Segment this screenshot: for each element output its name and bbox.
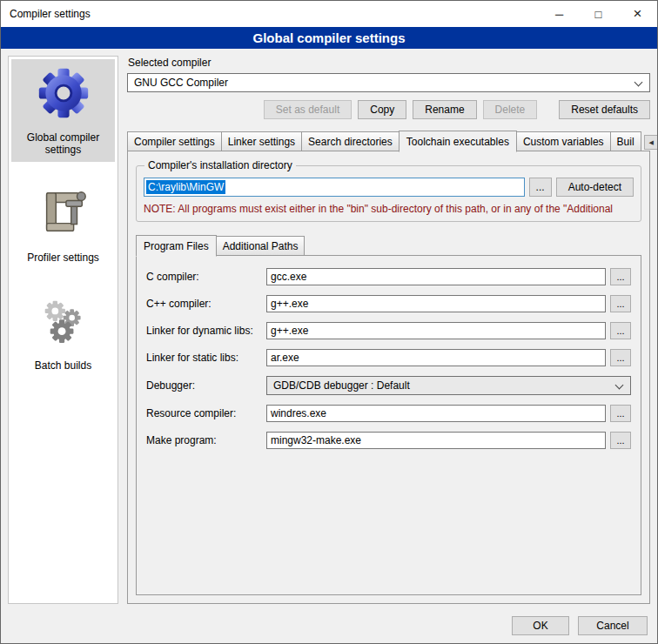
main-panel: Selected compiler GNU GCC Compiler Set a… xyxy=(127,56,650,604)
make-program-value: mingw32-make.exe xyxy=(271,434,361,446)
page-title: Global compiler settings xyxy=(1,27,657,49)
selected-compiler-label: Selected compiler xyxy=(128,57,650,69)
tab-custom-variables[interactable]: Custom variables xyxy=(516,131,611,151)
clamp-tool-icon xyxy=(37,186,91,240)
debugger-label: Debugger: xyxy=(146,379,266,392)
window-controls: ─ □ × xyxy=(540,1,657,27)
browse-cpp-compiler-button[interactable]: ... xyxy=(610,295,631,312)
compiler-actions: Set as default Copy Rename Delete Reset … xyxy=(127,100,650,119)
auto-detect-button[interactable]: Auto-detect xyxy=(556,178,634,197)
resource-compiler-value: windres.exe xyxy=(271,407,326,419)
gear-stack-icon xyxy=(37,294,91,348)
make-program-label: Make program: xyxy=(146,434,266,446)
close-icon[interactable]: × xyxy=(618,1,657,27)
tab-build-options-clipped[interactable]: Buil xyxy=(610,131,641,151)
resource-compiler-row: Resource compiler: windres.exe ... xyxy=(146,405,631,422)
linker-dynamic-row: Linker for dynamic libs: g++.exe ... xyxy=(146,322,631,339)
reset-defaults-button[interactable]: Reset defaults xyxy=(559,100,650,119)
c-compiler-row: C compiler: gcc.exe ... xyxy=(146,268,631,285)
bin-subdirectory-note: NOTE: All programs must exist either in … xyxy=(144,203,634,215)
linker-static-row: Linker for static libs: ar.exe ... xyxy=(146,349,631,366)
tab-scroll-left-icon[interactable]: ◀ xyxy=(644,135,658,150)
debugger-select[interactable]: GDB/CDB debugger : Default xyxy=(266,376,631,395)
browse-resource-compiler-button[interactable]: ... xyxy=(610,405,631,422)
c-compiler-value: gcc.exe xyxy=(271,271,306,283)
subtab-additional-paths[interactable]: Additional Paths xyxy=(216,236,306,256)
debugger-row: Debugger: GDB/CDB debugger : Default xyxy=(146,376,631,395)
browse-c-compiler-button[interactable]: ... xyxy=(610,268,631,285)
tab-search-directories[interactable]: Search directories xyxy=(301,131,400,151)
settings-tabstrip: Compiler settings Linker settings Search… xyxy=(127,131,650,151)
title-bar[interactable]: Compiler settings ─ □ × xyxy=(1,1,657,27)
sidebar-item-label: Batch builds xyxy=(35,359,91,372)
cpp-compiler-input[interactable]: g++.exe xyxy=(266,295,606,312)
settings-category-list: Global compiler settings Profiler settin… xyxy=(8,56,118,604)
tab-scroll-controls: ◀ ▶ xyxy=(641,135,658,150)
c-compiler-input[interactable]: gcc.exe xyxy=(266,268,606,285)
compiler-settings-dialog: Compiler settings ─ □ × Global compiler … xyxy=(0,0,658,644)
compiler-select[interactable]: GNU GCC Compiler xyxy=(127,73,650,92)
make-program-row: Make program: mingw32-make.exe ... xyxy=(146,432,631,449)
linker-dynamic-label: Linker for dynamic libs: xyxy=(146,325,266,337)
maximize-icon[interactable]: □ xyxy=(579,1,618,27)
minimize-icon[interactable]: ─ xyxy=(540,1,579,27)
browse-linker-static-button[interactable]: ... xyxy=(610,349,631,366)
set-as-default-button[interactable]: Set as default xyxy=(264,100,352,119)
installation-directory-group-title: Compiler's installation directory xyxy=(144,159,296,171)
program-files-panel: C compiler: gcc.exe ... C++ compiler: g+… xyxy=(136,255,641,595)
installation-directory-row: C:\raylib\MinGW ... Auto-detect xyxy=(144,178,634,197)
installation-directory-value: C:\raylib\MinGW xyxy=(146,180,225,194)
make-program-input[interactable]: mingw32-make.exe xyxy=(266,432,606,449)
linker-static-value: ar.exe xyxy=(271,352,299,364)
rename-button[interactable]: Rename xyxy=(413,100,476,119)
resource-compiler-label: Resource compiler: xyxy=(146,407,266,419)
ok-button[interactable]: OK xyxy=(512,616,569,635)
installation-directory-group: Compiler's installation directory C:\ray… xyxy=(136,165,641,222)
linker-static-input[interactable]: ar.exe xyxy=(266,349,606,366)
browse-linker-dynamic-button[interactable]: ... xyxy=(610,322,631,339)
dialog-content: Global compiler settings Profiler settin… xyxy=(1,49,657,604)
cpp-compiler-value: g++.exe xyxy=(271,298,308,310)
linker-dynamic-input[interactable]: g++.exe xyxy=(266,322,606,339)
copy-button[interactable]: Copy xyxy=(358,100,406,119)
tab-compiler-settings[interactable]: Compiler settings xyxy=(127,131,222,151)
dialog-footer: OK Cancel xyxy=(512,616,648,635)
chevron-down-icon xyxy=(634,78,643,87)
browse-make-program-button[interactable]: ... xyxy=(610,432,631,449)
blue-gear-icon xyxy=(37,66,91,120)
cancel-button[interactable]: Cancel xyxy=(578,616,648,635)
program-files-tabstrip: Program Files Additional Paths xyxy=(136,235,641,256)
subtab-program-files[interactable]: Program Files xyxy=(136,235,217,257)
installation-directory-input[interactable]: C:\raylib\MinGW xyxy=(144,178,525,197)
toolchain-executables-panel: Compiler's installation directory C:\ray… xyxy=(127,151,650,604)
resource-compiler-input[interactable]: windres.exe xyxy=(266,405,606,422)
sidebar-item-label: Profiler settings xyxy=(27,252,99,264)
sidebar-item-global-compiler-settings[interactable]: Global compiler settings xyxy=(11,59,115,162)
tab-linker-settings[interactable]: Linker settings xyxy=(221,131,302,151)
window-title: Compiler settings xyxy=(1,8,91,20)
c-compiler-label: C compiler: xyxy=(146,271,266,283)
compiler-select-value: GNU GCC Compiler xyxy=(134,77,228,89)
sidebar-item-profiler-settings[interactable]: Profiler settings xyxy=(11,179,115,270)
browse-directory-button[interactable]: ... xyxy=(529,178,552,197)
sidebar-item-batch-builds[interactable]: Batch builds xyxy=(11,287,115,378)
delete-button[interactable]: Delete xyxy=(483,100,538,119)
cpp-compiler-label: C++ compiler: xyxy=(146,298,266,310)
sidebar-item-label: Global compiler settings xyxy=(13,131,113,156)
linker-static-label: Linker for static libs: xyxy=(146,352,266,364)
chevron-down-icon xyxy=(615,381,624,390)
tab-toolchain-executables[interactable]: Toolchain executables xyxy=(399,131,517,152)
linker-dynamic-value: g++.exe xyxy=(271,325,308,337)
cpp-compiler-row: C++ compiler: g++.exe ... xyxy=(146,295,631,312)
debugger-value: GDB/CDB debugger : Default xyxy=(273,379,410,392)
